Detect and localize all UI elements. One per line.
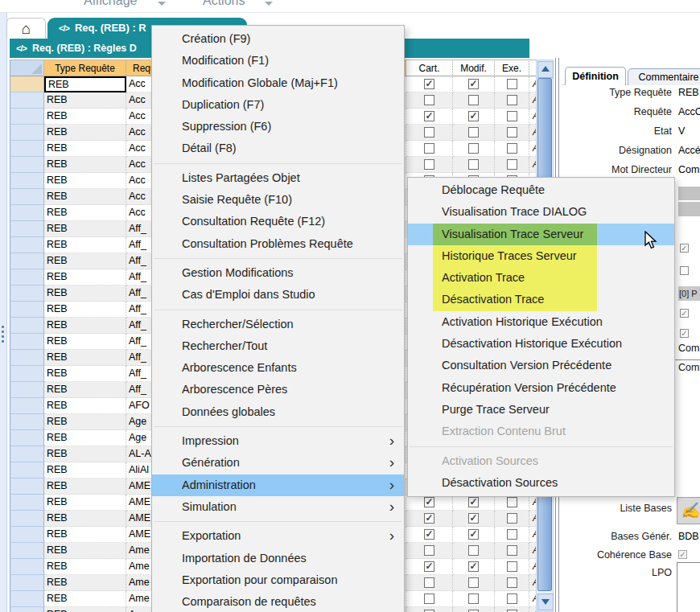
strip-checkbox[interactable] [680, 266, 689, 275]
row-header[interactable] [10, 398, 44, 414]
cell-type-requete[interactable]: REB [44, 511, 126, 527]
cell-type-requete[interactable]: REB [44, 495, 126, 511]
menu-item-activation-trace[interactable]: Activation Trace [408, 267, 674, 289]
row-header[interactable] [10, 382, 44, 398]
menu-item-visualisation-trace-dialog[interactable]: Visualisation Trace DIALOG [408, 201, 674, 223]
row-header[interactable] [10, 414, 44, 430]
cart-checkbox[interactable]: ✓ [424, 513, 434, 524]
cell-type-requete[interactable]: REB [44, 575, 126, 591]
cell-type-requete[interactable]: REB [44, 189, 126, 205]
row-header[interactable] [10, 141, 44, 157]
tab-commentaire[interactable]: Commentaire [628, 68, 700, 85]
grid-corner-cell[interactable] [10, 60, 44, 76]
cell-type-requete[interactable]: REB [44, 205, 126, 221]
scroll-down-button[interactable] [537, 594, 554, 610]
exe-checkbox[interactable] [507, 497, 517, 507]
menu-item-duplication-f7[interactable]: Duplication (F7) [152, 94, 404, 116]
cell-type-requete[interactable]: REB [44, 543, 126, 559]
row-header[interactable] [10, 253, 44, 269]
cart-checkbox[interactable]: ✓ [424, 79, 434, 89]
modif-checkbox[interactable]: ✓ [468, 529, 479, 540]
cell-type-requete[interactable]: REB [44, 173, 126, 189]
menu-item-arborescence-p-res[interactable]: Arborescence Pères [152, 379, 404, 400]
exe-checkbox[interactable] [507, 545, 517, 556]
menu-item-d-tail-f8[interactable]: Détail (F8) [152, 138, 404, 159]
menu-actions[interactable]: Actions [203, 0, 245, 8]
menu-item-cr-ation-f9[interactable]: Création (F9) [152, 28, 404, 50]
strip-checkbox-checked[interactable]: ✓ [680, 244, 689, 253]
row-header[interactable] [10, 189, 44, 205]
menu-item-donn-es-globales[interactable]: Données globales [152, 401, 404, 423]
cart-checkbox[interactable]: ✓ [424, 111, 434, 121]
row-header[interactable] [10, 575, 44, 591]
cell-type-requete[interactable]: REB [44, 414, 126, 430]
cell-type-requete[interactable]: REB [44, 302, 126, 318]
cell-type-requete[interactable]: REB [44, 334, 126, 350]
exe-checkbox[interactable] [507, 529, 517, 540]
dropdown-caret-icon[interactable] [158, 2, 166, 6]
cart-checkbox[interactable] [424, 577, 434, 588]
cell-type-requete[interactable]: REB [44, 76, 126, 92]
row-header[interactable] [10, 559, 44, 575]
menu-item-simulation[interactable]: Simulation› [152, 496, 404, 518]
menu-item-comparaison-de-requ-tes[interactable]: Comparaison de requêtes [152, 591, 404, 612]
menu-item-consultation-probl-mes-requ-te[interactable]: Consultation Problèmes Requête [152, 233, 404, 255]
menu-item-gestion-modifications[interactable]: Gestion Modifications [152, 262, 404, 284]
cell-type-requete[interactable]: REB [44, 125, 126, 141]
modif-checkbox[interactable]: ✓ [468, 513, 479, 524]
menu-item-saisie-requ-te-f10[interactable]: Saisie Requête (F10) [152, 189, 404, 211]
cell-type-requete[interactable]: REB [44, 350, 126, 366]
row-header[interactable] [10, 350, 44, 366]
cell-type-requete[interactable]: REB [44, 237, 126, 253]
lpo-field[interactable] [677, 562, 700, 612]
menu-item-exportation[interactable]: Exportation› [152, 525, 404, 547]
cart-checkbox[interactable]: ✓ [424, 561, 434, 572]
modif-checkbox[interactable]: ✓ [468, 497, 479, 507]
menu-item-consultation-requ-te-f12[interactable]: Consultation Requête (F12) [152, 211, 404, 232]
strip-checkbox-checked[interactable]: ✓ [680, 309, 689, 318]
cell-type-requete[interactable]: REB [44, 607, 126, 612]
cell-type-requete[interactable]: REB [44, 430, 126, 446]
menu-item-rechercher-s-lection[interactable]: Rechercher/Sélection [152, 314, 404, 335]
menu-item-d-sactivation-historique-ex-cution[interactable]: Désactivation Historique Exécution [408, 333, 674, 355]
row-header[interactable] [10, 92, 44, 109]
row-header[interactable] [10, 302, 44, 318]
exe-checkbox[interactable] [507, 561, 517, 572]
cart-checkbox[interactable] [424, 127, 434, 138]
exe-checkbox[interactable] [507, 95, 517, 105]
menu-item-rechercher-tout[interactable]: Rechercher/Tout [152, 335, 404, 357]
column-header-exe[interactable]: Exe. [495, 60, 529, 76]
exe-checkbox[interactable] [507, 159, 517, 170]
menu-item-purge-trace-serveur[interactable]: Purge Trace Serveur [408, 399, 674, 421]
menu-item-historique-traces-serveur[interactable]: Historique Traces Serveur [408, 245, 674, 267]
row-header[interactable] [10, 285, 44, 302]
cell-type-requete[interactable]: REB [44, 109, 126, 125]
cell-type-requete[interactable]: REB [44, 591, 126, 607]
modif-checkbox[interactable]: ✓ [468, 111, 479, 121]
row-header[interactable] [10, 125, 44, 141]
menu-item-impression[interactable]: Impression› [152, 430, 404, 452]
column-header-type-requete[interactable]: Type Requête [44, 60, 126, 76]
menu-item-d-sactivation-trace[interactable]: Désactivation Trace [408, 289, 674, 310]
exe-checkbox[interactable] [507, 79, 517, 89]
row-header[interactable] [10, 527, 44, 543]
tab-definition[interactable]: Définition [565, 67, 626, 85]
menu-item-visualisation-trace-serveur[interactable]: Visualisation Trace Serveur [408, 224, 674, 245]
row-header[interactable] [10, 495, 44, 511]
row-header[interactable] [10, 366, 44, 382]
cell-type-requete[interactable]: REB [44, 285, 126, 302]
cell-type-requete[interactable]: REB [44, 366, 126, 382]
menu-item-r-cup-ration-version-pr-c-dente[interactable]: Récupération Version Précédente [408, 377, 674, 399]
menu-item-cas-d-emploi-dans-studio[interactable]: Cas d'Emploi dans Studio [152, 284, 404, 306]
row-header[interactable] [10, 221, 44, 237]
modif-checkbox[interactable] [468, 545, 479, 556]
cell-type-requete[interactable]: REB [44, 253, 126, 269]
row-header[interactable] [10, 446, 44, 462]
modif-checkbox[interactable]: ✓ [468, 561, 479, 572]
modif-checkbox[interactable] [468, 594, 479, 604]
tab-home[interactable]: ⌂ [6, 18, 46, 39]
cell-type-requete[interactable]: REB [44, 318, 126, 334]
row-header[interactable] [10, 318, 44, 334]
cell-type-requete[interactable]: REB [44, 479, 126, 495]
modif-checkbox[interactable] [468, 95, 479, 105]
